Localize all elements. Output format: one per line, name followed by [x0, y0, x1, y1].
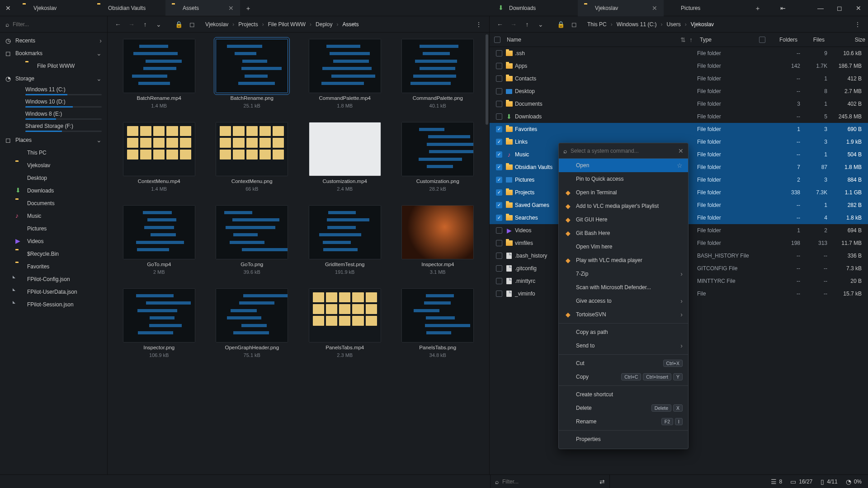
column-size[interactable]: Size [827, 37, 868, 43]
new-tab-button-left[interactable]: ＋ [240, 0, 256, 16]
row-checkbox[interactable] [494, 227, 504, 234]
grid-item[interactable]: Inspector.mp43.1 MB [395, 205, 481, 275]
row-checkbox[interactable] [494, 113, 504, 120]
back-button[interactable]: ← [494, 19, 506, 30]
breadcrumb-segment[interactable]: Vjekoslav [203, 20, 231, 28]
sidebar-place-item[interactable]: Documents [0, 197, 107, 210]
sidebar-place-item[interactable]: ▶Videos [0, 235, 107, 248]
close-icon[interactable]: ✕ [652, 5, 657, 11]
context-menu-item[interactable]: 7-Zip› [559, 267, 688, 281]
sidebar-drive[interactable]: Windows 8 (E:) [0, 109, 107, 122]
context-menu-item[interactable]: ◆Git GUI Here [559, 213, 688, 226]
grid-item[interactable]: OpenGraphHeader.png75.1 kB [209, 288, 296, 358]
grid-item[interactable]: Inspector.png106.9 kB [116, 288, 203, 358]
table-row[interactable]: .sshFile folder--910.6 kB [490, 47, 868, 60]
close-icon[interactable]: ✕ [678, 148, 684, 154]
breadcrumb-segment[interactable]: Users [664, 20, 683, 28]
column-files[interactable]: Files [800, 37, 827, 43]
row-checkbox[interactable] [494, 265, 504, 272]
row-checkbox[interactable] [494, 101, 504, 107]
context-menu-item[interactable]: Open☆ [559, 159, 688, 172]
context-menu-item[interactable]: Properties [559, 432, 688, 446]
sidebar-place-item[interactable]: FPilot-UserData.json [0, 286, 107, 298]
sort-name-icon[interactable]: ⇅ [680, 37, 686, 43]
sidebar-place-item[interactable]: Pictures [0, 222, 107, 235]
status-filter-input[interactable] [502, 479, 596, 485]
tab[interactable]: Obsidian Vaults [91, 0, 165, 16]
row-checkbox[interactable] [494, 75, 504, 82]
forward-button[interactable]: → [508, 19, 519, 30]
sidebar-place-item[interactable]: $Recycle.Bin [0, 248, 107, 260]
row-checkbox[interactable] [494, 215, 504, 221]
sidebar-bookmark-item[interactable]: File Pilot WWW [0, 60, 107, 72]
grid-item[interactable]: GoTo.png39.6 kB [209, 205, 296, 275]
grid-item[interactable]: ContextMenu.mp41.4 MB [116, 122, 203, 192]
row-checkbox[interactable] [494, 240, 504, 246]
grid-item[interactable]: BatchRename.mp41.4 MB [116, 39, 203, 108]
breadcrumb-segment[interactable]: Deploy [313, 20, 335, 28]
tab[interactable]: Vjekoslav✕ [578, 0, 664, 16]
select-all-checkbox[interactable] [494, 37, 504, 43]
filter-options-icon[interactable]: ⇄ [599, 479, 605, 485]
grid-item[interactable]: Customization.png28.2 kB [395, 122, 481, 192]
sidebar-storage-header[interactable]: ◔ Storage ⌄ [0, 72, 107, 85]
sidebar-place-item[interactable]: ♪Music [0, 210, 107, 222]
row-checkbox[interactable] [494, 278, 504, 284]
table-row[interactable]: DesktopFile folder--82.7 MB [490, 85, 868, 98]
minimize-button[interactable]: — [811, 0, 830, 16]
column-name[interactable]: Name [504, 37, 680, 43]
sidebar-place-item[interactable]: FPilot-Config.json [0, 273, 107, 286]
column-type[interactable]: Type [697, 37, 756, 43]
tab[interactable]: Assets✕ [165, 0, 240, 16]
table-row[interactable]: ⬇DownloadsFile folder--5245.8 MB [490, 110, 868, 123]
context-search-input[interactable] [571, 148, 675, 154]
context-menu-item[interactable]: ◆Add to VLC media player's Playlist [559, 199, 688, 213]
context-menu-item[interactable]: Copy as path [559, 325, 688, 339]
breadcrumb-segment[interactable]: Assets [340, 20, 361, 28]
column-type-check[interactable] [756, 37, 769, 43]
row-checkbox[interactable] [494, 253, 504, 259]
sidebar-drive[interactable]: Windows 10 (D:) [0, 97, 107, 109]
sidebar-place-item[interactable]: FPilot-Session.json [0, 298, 107, 311]
bookmark-button[interactable]: ◻ [186, 19, 198, 30]
history-button[interactable]: ⌄ [535, 19, 547, 30]
sidebar-drive[interactable]: Shared Storage (F:) [0, 122, 107, 134]
table-row[interactable]: DocumentsFile folder31402 B [490, 98, 868, 110]
table-row[interactable]: FavoritesFile folder13690 B [490, 123, 868, 136]
breadcrumb-segment[interactable]: Vjekoslav [688, 20, 717, 28]
grid-item[interactable]: PanelsTabs.png34.8 kB [395, 288, 481, 358]
close-icon[interactable]: ✕ [228, 5, 234, 11]
up-button[interactable]: ↑ [521, 19, 533, 30]
tab[interactable]: Vjekoslav [16, 0, 91, 16]
context-menu-item[interactable]: Send to› [559, 339, 688, 352]
context-menu-item[interactable]: Scan with Microsoft Defender... [559, 281, 688, 294]
context-menu-item[interactable]: Give access to› [559, 294, 688, 308]
grid-item[interactable]: Customization.mp42.4 MB [302, 122, 388, 192]
grid-item[interactable]: CommandPalette.png40.1 kB [395, 39, 481, 108]
grid-item[interactable]: ContextMenu.png66 kB [209, 122, 296, 192]
sidebar-filter[interactable]: ⌕ [0, 16, 107, 33]
row-checkbox[interactable] [494, 177, 504, 183]
context-menu-item[interactable]: CutCtrl+X [559, 357, 688, 370]
left-grid[interactable]: BatchRename.mp41.4 MBBatchRename.png25.1… [108, 33, 489, 474]
breadcrumb-segment[interactable]: This PC [585, 20, 609, 28]
context-menu-item[interactable]: ◆Play with VLC media player [559, 253, 688, 267]
row-checkbox[interactable] [494, 63, 504, 69]
sidebar-place-item[interactable]: Favorites [0, 260, 107, 273]
maximize-button[interactable]: ◻ [830, 0, 849, 16]
grid-item[interactable]: PanelsTabs.mp42.3 MB [302, 288, 388, 358]
breadcrumb-segment[interactable]: Windows 11 (C:) [614, 20, 660, 28]
context-menu-item[interactable]: Open Vim here [559, 240, 688, 253]
lock-button[interactable]: 🔒 [555, 19, 566, 30]
sidebar-drive[interactable]: Windows 11 (C:) [0, 85, 107, 97]
row-checkbox[interactable] [494, 202, 504, 208]
toolbar-more-button[interactable]: ⋮ [473, 19, 485, 30]
sidebar-places-header[interactable]: ◻ Places ⌄ [0, 134, 107, 146]
row-checkbox[interactable] [494, 189, 504, 196]
bookmark-button[interactable]: ◻ [568, 19, 580, 30]
table-row[interactable]: AppsFile folder1421.7K186.7 MB [490, 60, 868, 72]
sidebar-place-item[interactable]: Desktop [0, 172, 107, 184]
row-checkbox[interactable] [494, 291, 504, 297]
grid-item[interactable]: BatchRename.png25.1 kB [209, 39, 296, 108]
grid-item[interactable]: GridItemTest.png191.9 kB [302, 205, 388, 275]
